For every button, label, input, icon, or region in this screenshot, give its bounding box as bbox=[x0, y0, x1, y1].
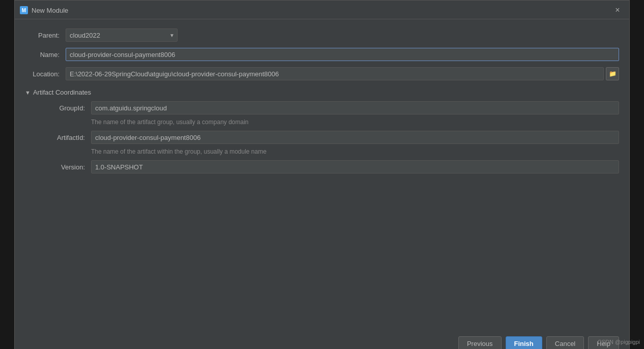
name-row: Name: bbox=[25, 48, 619, 61]
content-spacer bbox=[25, 180, 619, 322]
parent-row: Parent: cloud2022 ▼ bbox=[25, 28, 619, 42]
groupid-row: GroupId: bbox=[35, 101, 619, 114]
parent-select-wrapper: cloud2022 ▼ bbox=[66, 28, 178, 42]
previous-button[interactable]: Previous bbox=[458, 336, 502, 349]
artifactid-label: ArtifactId: bbox=[35, 134, 91, 141]
modal-overlay: M New Module × Parent: cloud2022 ▼ Name bbox=[0, 0, 644, 349]
groupid-input[interactable] bbox=[91, 101, 619, 114]
name-input[interactable] bbox=[66, 48, 619, 61]
artifact-coordinates-section: GroupId: The name of the artifact group,… bbox=[25, 101, 619, 180]
artifact-section-header: ▼ Artifact Coordinates bbox=[25, 89, 619, 96]
close-button[interactable]: × bbox=[612, 5, 623, 16]
parent-select[interactable]: cloud2022 bbox=[66, 28, 178, 42]
location-row: Location: 📁 bbox=[25, 67, 619, 80]
watermark: CSDN @pigpigpi bbox=[598, 339, 640, 345]
browse-button[interactable]: 📁 bbox=[606, 67, 619, 80]
groupid-hint: The name of the artifact group, usually … bbox=[91, 119, 619, 126]
module-icon: M bbox=[20, 6, 28, 14]
section-toggle-icon[interactable]: ▼ bbox=[25, 90, 31, 96]
dialog-titlebar: M New Module × bbox=[15, 1, 629, 19]
dialog-body: Parent: cloud2022 ▼ Name: Location: bbox=[15, 19, 629, 330]
artifactid-row: ArtifactId: bbox=[35, 131, 619, 144]
parent-label: Parent: bbox=[25, 32, 66, 39]
artifactid-input[interactable] bbox=[91, 131, 619, 144]
dialog-title-left: M New Module bbox=[20, 6, 68, 14]
dialog-footer: Previous Finish Cancel Help bbox=[15, 330, 629, 349]
name-label: Name: bbox=[25, 51, 66, 59]
location-label: Location: bbox=[25, 70, 66, 78]
new-module-dialog: M New Module × Parent: cloud2022 ▼ Name bbox=[14, 0, 630, 349]
version-label: Version: bbox=[35, 163, 91, 171]
cancel-button[interactable]: Cancel bbox=[546, 336, 584, 349]
location-input[interactable] bbox=[66, 67, 604, 80]
version-row: Version: bbox=[35, 160, 619, 173]
section-title: Artifact Coordinates bbox=[33, 89, 91, 96]
groupid-label: GroupId: bbox=[35, 104, 91, 112]
dialog-title: New Module bbox=[32, 7, 68, 14]
artifactid-hint: The name of the artifact within the grou… bbox=[91, 148, 619, 155]
finish-button[interactable]: Finish bbox=[506, 336, 542, 349]
version-input[interactable] bbox=[91, 160, 619, 173]
folder-icon: 📁 bbox=[609, 70, 617, 77]
location-wrapper: 📁 bbox=[66, 67, 619, 80]
